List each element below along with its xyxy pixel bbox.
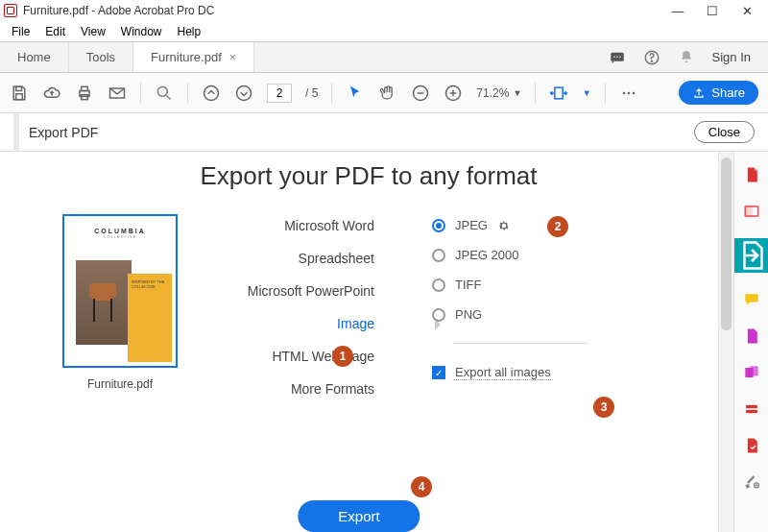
edit-pdf-icon[interactable] [742,202,761,221]
radio-icon [432,308,445,322]
minimize-button[interactable]: — [660,1,695,20]
radio-tiff[interactable]: TIFF [432,278,689,292]
svg-rect-25 [746,405,757,408]
toolbar: / 5 71.2% ▼ ▼ Share [0,73,768,113]
format-type-list: Microsoft Word Spreadsheet Microsoft Pow… [211,214,384,397]
radio-jpeg2000[interactable]: JPEG 2000 [432,248,689,262]
type-powerpoint[interactable]: Microsoft PowerPoint [248,283,374,299]
page-down-icon[interactable] [234,84,253,103]
thumb-side-block: INSPIRED BY THE COLLECTIVE [128,274,172,362]
panel-title: Export PDF [29,125,98,140]
svg-rect-26 [746,410,757,413]
svg-rect-9 [82,86,88,90]
thumbnail-column: COLUMBIA COLLECTIVE INSPIRED BY THE COLL… [48,214,192,397]
print-icon[interactable] [75,84,94,103]
svg-point-5 [651,60,652,61]
thumb-photo [76,260,132,345]
comment-icon[interactable] [742,290,761,309]
thumb-subtitle: COLLECTIVE [68,234,172,239]
panel-header: Export PDF Close [0,113,768,152]
page-total-label: / 5 [305,86,318,100]
export-button[interactable]: Export [298,500,420,532]
type-image[interactable]: Image [337,316,374,331]
page-up-icon[interactable] [202,84,221,103]
type-html[interactable]: HTML Web Page [272,349,374,364]
right-tools-rail [733,152,768,532]
help-icon[interactable] [643,49,660,66]
svg-point-12 [157,86,167,96]
share-button[interactable]: Share [679,81,758,105]
scrollbar-thumb[interactable] [721,157,732,330]
main-area: Export your PDF to any format COLUMBIA C… [0,152,768,532]
menu-bar: File Edit View Window Help [0,21,768,42]
radio-icon [432,278,445,292]
svg-point-2 [616,56,618,58]
export-all-images-checkbox[interactable]: ✓ Export all images [432,365,689,380]
radio-png[interactable]: PNG [432,307,689,322]
mail-icon[interactable] [108,84,127,103]
options-divider [453,343,588,344]
more-tools-icon[interactable] [742,472,761,492]
pointer-icon[interactable] [346,84,365,103]
more-icon[interactable] [619,84,638,103]
annotation-badge-2: 2 [547,216,568,237]
panel-close-button[interactable]: Close [694,121,755,143]
close-tab-icon[interactable]: × [229,50,237,64]
close-window-button[interactable]: ✕ [730,1,764,20]
hand-icon[interactable] [378,84,397,103]
protect-icon[interactable] [742,436,761,455]
svg-point-14 [237,85,252,100]
svg-point-13 [204,85,219,100]
menu-help[interactable]: Help [172,23,207,40]
export-pdf-icon[interactable] [734,238,769,273]
svg-rect-17 [555,87,563,99]
fit-width-icon[interactable] [549,84,568,103]
svg-point-3 [619,56,621,58]
zoom-in-icon[interactable] [444,84,463,103]
thumb-title: COLUMBIA [68,220,172,234]
combine-icon[interactable] [742,363,761,382]
export-panel: Export your PDF to any format COLUMBIA C… [0,152,718,532]
page-number-input[interactable] [267,84,292,103]
svg-rect-10 [82,94,88,99]
document-thumbnail[interactable]: COLUMBIA COLLECTIVE INSPIRED BY THE COLL… [62,214,178,368]
menu-view[interactable]: View [75,23,111,40]
menu-file[interactable]: File [6,23,36,40]
save-icon[interactable] [10,84,29,103]
type-more[interactable]: More Formats [291,381,374,397]
annotation-badge-4: 4 [411,476,432,497]
image-format-options: JPEG JPEG 2000 TIFF PNG ✓ [403,214,689,397]
type-word[interactable]: Microsoft Word [284,218,374,233]
menu-edit[interactable]: Edit [39,23,71,40]
vertical-scrollbar[interactable] [718,152,733,532]
redact-icon[interactable] [742,399,761,419]
radio-icon [432,219,445,232]
svg-rect-6 [16,86,22,90]
radio-icon [432,249,445,262]
sign-in-link[interactable]: Sign In [712,50,751,64]
tab-home[interactable]: Home [0,42,69,72]
window-title: Furniture.pdf - Adobe Acrobat Pro DC [23,4,214,17]
maximize-button[interactable]: ☐ [695,1,730,20]
zoom-level-dropdown[interactable]: 71.2% ▼ [476,86,521,100]
type-spreadsheet[interactable]: Spreadsheet [299,251,374,266]
gear-icon[interactable] [497,219,511,232]
organize-icon[interactable] [742,326,761,346]
tab-document[interactable]: Furniture.pdf × [133,42,254,72]
svg-rect-24 [750,366,757,375]
app-icon [4,4,17,17]
zoom-out-icon[interactable] [411,84,430,103]
panel-heading: Export your PDF to any format [48,161,689,191]
annotation-badge-1: 1 [332,346,353,367]
create-pdf-icon[interactable] [742,165,761,184]
svg-rect-22 [745,206,752,216]
bell-icon[interactable] [678,49,695,66]
chevron-down-icon: ▼ [513,88,521,98]
menu-window[interactable]: Window [115,23,168,40]
chat-icon[interactable] [609,49,626,66]
tab-tools[interactable]: Tools [69,42,133,72]
search-icon[interactable] [155,84,174,103]
cloud-icon[interactable] [42,84,61,103]
fit-dropdown-icon[interactable]: ▼ [582,84,591,103]
tab-bar: Home Tools Furniture.pdf × Sign In [0,42,768,73]
